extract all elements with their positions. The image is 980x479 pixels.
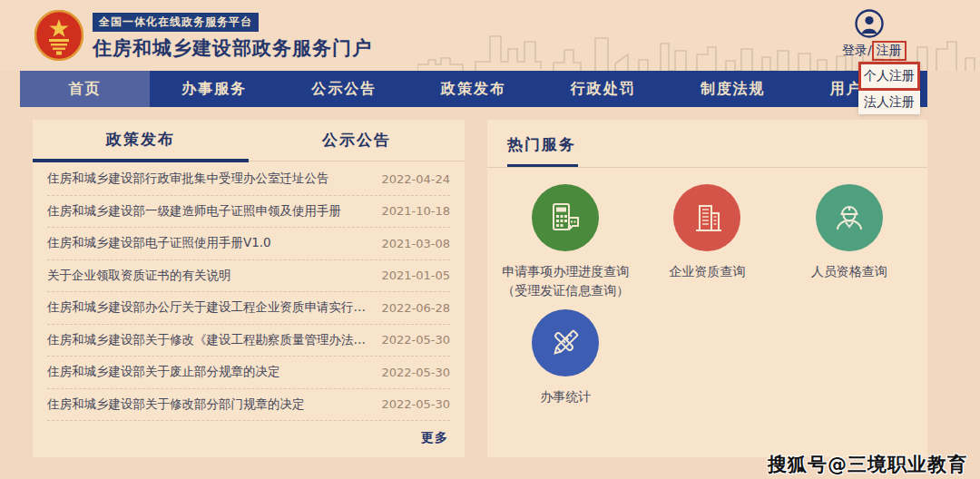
user-area: 登录/注册 bbox=[842, 9, 897, 61]
national-emblem-logo bbox=[34, 10, 83, 61]
nav-item-announcements[interactable]: 公示公告 bbox=[279, 71, 409, 107]
header: 全国一体化在线政务服务平台 住房和城乡建设部政务服务门户 bbox=[0, 0, 980, 71]
hot-services-panel: 热门服务 bbox=[487, 120, 927, 457]
list-item[interactable]: 住房和城乡建设部关于修改《建设工程勘察质量管理办法》的... 2022-05-3… bbox=[47, 325, 450, 357]
service-personnel-qualification-query[interactable]: 人员资格查询 bbox=[779, 184, 920, 300]
list-item[interactable]: 住房和城乡建设部关于修改部分部门规章的决定 2022-05-30 bbox=[47, 389, 450, 422]
service-statistics[interactable]: 办事统计 bbox=[495, 309, 636, 406]
list-item-date: 2021-01-05 bbox=[381, 269, 450, 282]
site-title: 住房和城乡建设部政务服务门户 bbox=[93, 35, 372, 61]
nav-item-penalties[interactable]: 行政处罚 bbox=[538, 71, 668, 107]
dropdown-item-personal-register[interactable]: 个人注册 bbox=[858, 62, 920, 91]
list-item-title[interactable]: 住房和城乡建设部行政审批集中受理办公室迁址公告 bbox=[47, 171, 329, 187]
register-dropdown: 个人注册 法人注册 bbox=[858, 62, 920, 114]
service-label-line1[interactable]: 办事统计 bbox=[495, 387, 636, 406]
list-item-date: 2021-03-08 bbox=[381, 237, 450, 250]
service-circle[interactable] bbox=[532, 309, 599, 376]
list-item-title[interactable]: 住房和城乡建设部电子证照使用手册V1.0 bbox=[47, 235, 271, 251]
policy-tabs: 政策发布 公示公告 bbox=[33, 120, 465, 161]
list-item-date: 2022-05-30 bbox=[381, 397, 450, 411]
hot-services-title: 热门服务 bbox=[507, 134, 576, 155]
worker-icon bbox=[830, 199, 868, 237]
list-item-title[interactable]: 住房和城乡建设部一级建造师电子证照申领及使用手册 bbox=[47, 203, 341, 220]
service-label[interactable]: 办事统计 bbox=[495, 387, 636, 406]
service-label[interactable]: 人员资格查询 bbox=[779, 262, 920, 281]
user-avatar-icon[interactable] bbox=[855, 9, 884, 38]
hot-services-header: 热门服务 bbox=[487, 120, 927, 167]
tab-policy-release[interactable]: 政策发布 bbox=[33, 120, 249, 162]
service-circle[interactable] bbox=[673, 184, 740, 251]
service-circle[interactable] bbox=[816, 184, 883, 251]
register-label-highlighted[interactable]: 注册 bbox=[872, 41, 906, 61]
dropdown-item-corporate-register[interactable]: 法人注册 bbox=[858, 91, 920, 114]
service-label-line1[interactable]: 人员资格查询 bbox=[779, 262, 920, 281]
tab-public-announcement[interactable]: 公示公告 bbox=[249, 120, 465, 161]
list-item-date: 2022-06-28 bbox=[381, 301, 450, 315]
main-nav: 首页 办事服务 公示公告 政策发布 行政处罚 制度法规 用户中心 bbox=[20, 71, 927, 107]
list-item[interactable]: 关于企业领取资质证书的有关说明 2021-01-05 bbox=[47, 260, 450, 293]
policy-panel: 政策发布 公示公告 住房和城乡建设部行政审批集中受理办公室迁址公告 2022-0… bbox=[33, 120, 465, 457]
list-item[interactable]: 住房和城乡建设部办公厅关于建设工程企业资质申请实行无纸... 2022-06-2… bbox=[47, 292, 450, 325]
list-item-date: 2021-10-18 bbox=[381, 204, 450, 218]
nav-item-services[interactable]: 办事服务 bbox=[150, 71, 279, 107]
building-icon bbox=[689, 200, 725, 236]
service-progress-query[interactable]: 申请事项办理进度查询 （受理发证信息查询） bbox=[495, 184, 636, 300]
list-item-title[interactable]: 住房和城乡建设部关于修改部分部门规章的决定 bbox=[47, 396, 305, 413]
service-label[interactable]: 申请事项办理进度查询 （受理发证信息查询） bbox=[495, 262, 636, 300]
service-enterprise-qualification-query[interactable]: 企业资质查询 bbox=[636, 184, 778, 300]
list-item-date: 2022-04-24 bbox=[381, 172, 450, 186]
watermark-text: 搜狐号@三境职业教育 bbox=[768, 452, 967, 477]
list-item-date: 2022-05-30 bbox=[381, 366, 450, 379]
list-item[interactable]: 住房和城乡建设部关于废止部分规章的决定 2022-05-30 bbox=[47, 357, 450, 389]
page: 全国一体化在线政务服务平台 住房和城乡建设部政务服务门户 bbox=[0, 0, 980, 479]
list-item[interactable]: 住房和城乡建设部电子证照使用手册V1.0 2021-03-08 bbox=[47, 228, 450, 260]
more-row: 更多 bbox=[47, 421, 450, 446]
list-item-title[interactable]: 住房和城乡建设部办公厅关于建设工程企业资质申请实行无纸... bbox=[47, 299, 372, 316]
login-label[interactable]: 登录/ bbox=[842, 43, 872, 57]
stats-tools-icon bbox=[547, 325, 583, 361]
service-label-line1[interactable]: 企业资质查询 bbox=[636, 262, 778, 281]
brand: 全国一体化在线政务服务平台 住房和城乡建设部政务服务门户 bbox=[93, 12, 372, 61]
login-register-link[interactable]: 登录/注册 bbox=[842, 41, 897, 61]
nav-item-home[interactable]: 首页 bbox=[20, 71, 150, 107]
services-grid: 申请事项办理进度查询 （受理发证信息查询） bbox=[487, 168, 927, 415]
list-item[interactable]: 住房和城乡建设部行政审批集中受理办公室迁址公告 2022-04-24 bbox=[47, 163, 450, 196]
list-item-date: 2022-05-30 bbox=[381, 333, 450, 347]
calculator-query-icon bbox=[547, 200, 583, 236]
nav-item-policy[interactable]: 政策发布 bbox=[409, 71, 539, 107]
list-item-title[interactable]: 关于企业领取资质证书的有关说明 bbox=[47, 268, 231, 284]
service-label[interactable]: 企业资质查询 bbox=[636, 262, 778, 281]
more-link[interactable]: 更多 bbox=[421, 430, 448, 445]
nav-item-regulations[interactable]: 制度法规 bbox=[668, 71, 798, 107]
list-item-title[interactable]: 住房和城乡建设部关于废止部分规章的决定 bbox=[47, 364, 280, 380]
service-label-line1[interactable]: 申请事项办理进度查询 bbox=[495, 262, 636, 281]
platform-badge: 全国一体化在线政务服务平台 bbox=[93, 13, 259, 32]
list-item-title[interactable]: 住房和城乡建设部关于修改《建设工程勘察质量管理办法》的... bbox=[47, 332, 372, 348]
service-label-line2[interactable]: （受理发证信息查询） bbox=[495, 281, 636, 300]
list-item[interactable]: 住房和城乡建设部一级建造师电子证照申领及使用手册 2021-10-18 bbox=[47, 196, 450, 229]
policy-list: 住房和城乡建设部行政审批集中受理办公室迁址公告 2022-04-24 住房和城乡… bbox=[33, 161, 465, 446]
service-circle[interactable] bbox=[532, 184, 599, 251]
